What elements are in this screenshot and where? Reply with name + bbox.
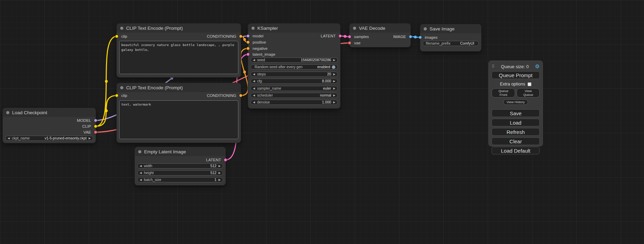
increment-arrow-icon[interactable]: ▶	[219, 165, 221, 168]
increment-arrow-icon[interactable]: ▶	[333, 94, 335, 97]
random-seed-toggle-widget[interactable]: Random seed after every gen enabled	[250, 64, 338, 70]
load-button[interactable]: Load	[492, 119, 540, 126]
sampler-name-widget[interactable]: ◀ sampler_name euler ▶	[250, 86, 338, 91]
node-title-bar[interactable]: Save Image	[420, 24, 481, 33]
node-clip-text-encode-positive[interactable]: CLIP Text Encode (Prompt) clip CONDITION…	[117, 24, 241, 77]
image-output-slot[interactable]	[409, 35, 412, 38]
widget-name: ckpt_name	[12, 136, 29, 140]
node-collapse-dot[interactable]	[120, 27, 123, 30]
decrement-arrow-icon[interactable]: ◀	[140, 179, 142, 181]
increment-arrow-icon[interactable]: ▶	[333, 80, 335, 83]
cfg-widget[interactable]: ◀ cfg 8.000 ▶	[250, 79, 338, 84]
view-history-button[interactable]: View History	[503, 99, 528, 105]
input-label-latent-image: latent_image	[253, 52, 275, 56]
increment-arrow-icon[interactable]: ▶	[219, 172, 221, 174]
latent-output-slot[interactable]	[224, 158, 227, 162]
node-title: Empty Latent Image	[144, 149, 186, 154]
negative-prompt-textarea[interactable]: text, watermark	[119, 100, 238, 139]
save-button[interactable]: Save	[492, 109, 540, 117]
node-title-bar[interactable]: Empty Latent Image	[135, 147, 226, 156]
seed-widget[interactable]: ◀ seed 156680208700286 ▶	[250, 57, 338, 63]
decrement-arrow-icon[interactable]: ◀	[253, 59, 255, 62]
node-title-bar[interactable]: Load Checkpoint	[3, 108, 96, 117]
output-label-latent: LATENT	[321, 34, 336, 38]
node-collapse-dot[interactable]	[6, 111, 9, 114]
increment-arrow-icon[interactable]: ▶	[89, 137, 91, 140]
vae-input-slot[interactable]	[348, 41, 351, 45]
widget-value: 156680208700286	[301, 58, 331, 62]
node-vae-decode[interactable]: VAE Decode samples vae IMAGE	[350, 24, 411, 47]
node-ksampler[interactable]: KSampler model positive negative latent_…	[248, 24, 340, 108]
node-title-bar[interactable]: CLIP Text Encode (Prompt)	[117, 83, 241, 92]
vae-output-slot[interactable]	[94, 130, 97, 134]
load-default-button[interactable]: Load Default	[492, 147, 540, 154]
decrement-arrow-icon[interactable]: ◀	[253, 80, 255, 83]
link-midpoint-dot	[414, 36, 417, 38]
model-output-slot[interactable]	[94, 119, 97, 122]
drag-handle-icon[interactable]: ⠿	[492, 64, 495, 69]
node-collapse-dot[interactable]	[138, 150, 141, 153]
queue-front-button[interactable]: Queue Front	[492, 88, 515, 98]
node-graph-canvas[interactable]: Load Checkpoint MODEL CLIP VAE ◀ ckpt_na…	[0, 0, 644, 244]
node-save-image[interactable]: Save Image images filename_prefix ComfyU…	[420, 24, 481, 51]
clip-output-slot[interactable]	[94, 125, 97, 128]
increment-arrow-icon[interactable]: ▶	[333, 87, 335, 90]
queue-menu-panel[interactable]: ⠿ Queue size: 0 ⚙ Queue Prompt Extra opt…	[488, 61, 543, 146]
latent-image-input-slot[interactable]	[246, 53, 250, 56]
increment-arrow-icon[interactable]: ▶	[219, 179, 221, 181]
node-title: Load Checkpoint	[12, 110, 47, 115]
node-title-bar[interactable]: KSampler	[248, 24, 340, 33]
node-empty-latent-image[interactable]: Empty Latent Image LATENT ◀ width 512 ▶ …	[135, 147, 226, 185]
node-clip-text-encode-negative[interactable]: CLIP Text Encode (Prompt) clip CONDITION…	[117, 83, 241, 143]
widget-name: Random seed after every gen	[255, 65, 302, 69]
queue-prompt-button[interactable]: Queue Prompt	[492, 71, 540, 79]
decrement-arrow-icon[interactable]: ◀	[253, 94, 255, 97]
clip-input-slot[interactable]	[115, 35, 118, 38]
filename-prefix-widget[interactable]: filename_prefix ComfyUI	[423, 41, 479, 46]
node-title-bar[interactable]: CLIP Text Encode (Prompt)	[117, 24, 241, 33]
positive-input-slot[interactable]	[246, 40, 250, 44]
node-collapse-dot[interactable]	[424, 27, 427, 30]
input-label-negative: negative	[253, 46, 267, 51]
conditioning-output-slot[interactable]	[239, 35, 242, 38]
decrement-arrow-icon[interactable]: ◀	[253, 73, 255, 76]
settings-gear-icon[interactable]: ⚙	[535, 63, 540, 70]
positive-prompt-textarea[interactable]: beautiful scenery nature glass bottle la…	[119, 41, 238, 74]
decrement-arrow-icon[interactable]: ◀	[253, 101, 255, 104]
clip-input-slot[interactable]	[115, 94, 118, 97]
increment-arrow-icon[interactable]: ▶	[333, 73, 335, 76]
node-collapse-dot[interactable]	[252, 27, 255, 30]
clear-button[interactable]: Clear	[492, 137, 540, 145]
decrement-arrow-icon[interactable]: ◀	[140, 172, 142, 174]
model-input-slot[interactable]	[246, 34, 250, 38]
images-input-slot[interactable]	[418, 36, 422, 39]
widget-value: 512	[210, 171, 217, 175]
scheduler-widget[interactable]: ◀ scheduler normal ▶	[250, 93, 338, 98]
increment-arrow-icon[interactable]: ▶	[333, 59, 335, 62]
decrement-arrow-icon[interactable]: ◀	[253, 87, 255, 90]
node-load-checkpoint[interactable]: Load Checkpoint MODEL CLIP VAE ◀ ckpt_na…	[3, 108, 96, 143]
increment-arrow-icon[interactable]: ▶	[333, 101, 335, 104]
latent-output-slot[interactable]	[338, 34, 342, 38]
node-title-bar[interactable]: VAE Decode	[350, 24, 411, 33]
node-title: CLIP Text Encode (Prompt)	[126, 85, 183, 90]
height-widget[interactable]: ◀ height 512 ▶	[137, 170, 223, 175]
node-collapse-dot[interactable]	[120, 86, 123, 89]
samples-input-slot[interactable]	[348, 35, 351, 38]
node-collapse-dot[interactable]	[353, 27, 356, 30]
extra-options-checkbox[interactable]	[528, 82, 531, 86]
negative-input-slot[interactable]	[246, 47, 250, 50]
width-widget[interactable]: ◀ width 512 ▶	[137, 163, 223, 169]
decrement-arrow-icon[interactable]: ◀	[140, 165, 142, 168]
conditioning-output-slot[interactable]	[239, 94, 242, 97]
refresh-button[interactable]: Refresh	[492, 128, 540, 136]
widget-value: 8.000	[322, 79, 331, 83]
denoise-widget[interactable]: ◀ denoise 1.000 ▶	[250, 100, 338, 105]
widget-value: 20	[327, 72, 331, 76]
batch-size-widget[interactable]: ◀ batch_size 1 ▶	[137, 177, 223, 182]
steps-widget[interactable]: ◀ steps 20 ▶	[250, 72, 338, 77]
view-queue-button[interactable]: View Queue	[517, 88, 540, 98]
toggle-dot-icon[interactable]	[332, 65, 335, 69]
decrement-arrow-icon[interactable]: ◀	[8, 137, 10, 140]
ckpt-name-widget[interactable]: ◀ ckpt_name v1-5-pruned-emaonly.ckpt ▶	[5, 136, 93, 141]
